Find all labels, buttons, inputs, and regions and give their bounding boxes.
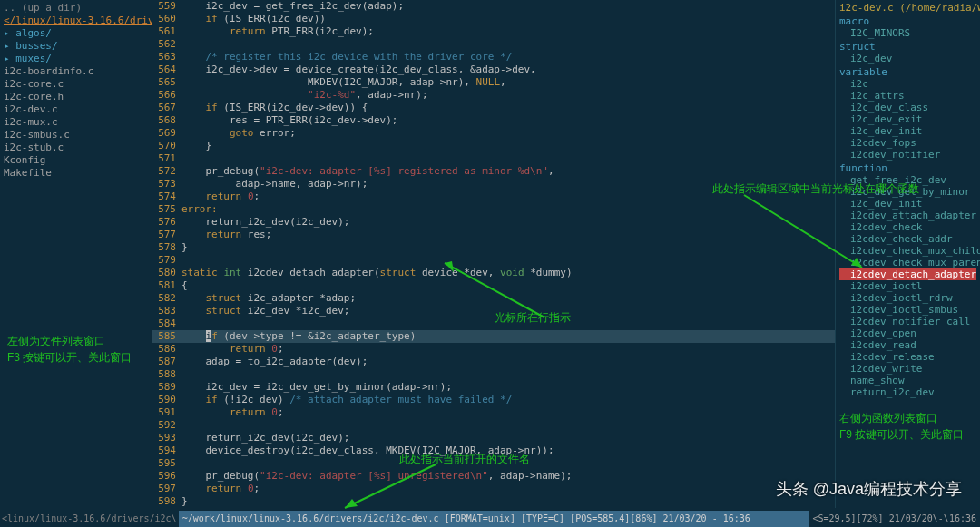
code-line[interactable]: 567 if (IS_ERR(i2c_dev->dev)) { [152,102,835,114]
taglist-item[interactable]: i2c_attrs [839,90,976,102]
code-line[interactable]: 568 res = PTR_ERR(i2c_dev->dev); [152,114,835,127]
taglist-item[interactable]: I2C_MINORS [839,27,976,39]
taglist-item[interactable]: i2cdev_notifier_call [839,316,976,327]
code-line[interactable]: 564 i2c_dev->dev = device_create(i2c_dev… [152,63,835,76]
code-line[interactable]: 566 "i2c-%d", adap->nr); [152,89,835,102]
tree-item[interactable]: i2c-stub.c [4,142,148,154]
code-line[interactable]: 597 return 0; [152,483,835,495]
code-line[interactable]: 578} [152,241,835,254]
tree-item[interactable]: ▸ algos/ [4,27,148,40]
tree-item[interactable]: ▸ muxes/ [4,53,148,65]
code-text: res = PTR_ERR(i2c_dev->dev); [181,114,835,127]
line-number: 560 [152,13,181,25]
code-line[interactable]: 587 adap = to_i2c_adapter(dev); [152,356,835,368]
taglist-item[interactable]: i2c_dev_init [839,198,976,210]
tree-root[interactable]: </linux/linux-3.16.6/drivers/i2c/ [4,15,148,27]
code-line[interactable]: 574 return 0; [152,190,835,203]
taglist-item[interactable]: i2cdev_check_mux_parents [839,257,976,268]
code-line[interactable]: 561 return PTR_ERR(i2c_dev); [152,25,835,38]
taglist-item[interactable]: i2c_dev [839,53,976,64]
tree-item[interactable]: i2c-mux.c [4,116,148,129]
line-number: 581 [152,279,181,292]
code-line[interactable]: 580static int i2cdev_detach_adapter(stru… [152,267,835,279]
code-line[interactable]: 559 i2c_dev = get_free_i2c_dev(adap); [152,0,835,13]
taglist-item[interactable]: name_show [839,375,976,386]
tree-item[interactable]: i2c-dev.c [4,103,148,116]
taglist-item[interactable]: i2cdev_fops [839,137,976,149]
code-line[interactable]: 577 return res; [152,229,835,241]
taglist-item[interactable]: i2c [839,78,976,90]
editor-pane[interactable]: 559 i2c_dev = get_free_i2c_dev(adap);560… [152,0,835,508]
code-line[interactable]: 595 [152,457,835,470]
code-line[interactable]: 576 return_i2c_dev(i2c_dev); [152,216,835,229]
taglist-item[interactable]: i2cdev_ioctl_smbus [839,304,976,316]
code-line[interactable]: 585 if (dev->type != &i2c_adapter_type) [152,330,835,343]
line-number: 573 [152,178,181,190]
code-line[interactable]: 593 return_i2c_dev(i2c_dev); [152,432,835,444]
taglist-item[interactable]: i2cdev_ioctl [839,280,976,292]
taglist-group[interactable]: struct [839,41,976,53]
line-number: 566 [152,89,181,102]
taglist-item[interactable]: i2cdev_release [839,351,976,363]
code-line[interactable]: 562 [152,38,835,51]
taglist-item[interactable]: i2cdev_ioctl_rdrw [839,292,976,304]
tree-item[interactable]: Kconfig [4,154,148,167]
taglist-pane[interactable]: i2c-dev.c (/home/radia/work/l macroI2C_M… [835,0,980,508]
line-number: 576 [152,216,181,229]
code-line[interactable]: 560 if (IS_ERR(i2c_dev)) [152,13,835,25]
code-line[interactable]: 588 [152,368,835,381]
taglist-item[interactable]: i2c_dev_class [839,102,976,113]
line-number: 572 [152,165,181,178]
taglist-item[interactable]: i2cdev_check [839,221,976,233]
tree-item[interactable]: i2c-smbus.c [4,129,148,142]
code-line[interactable]: 592 [152,419,835,432]
code-line[interactable]: 569 goto error; [152,127,835,140]
code-line[interactable]: 573 adap->name, adap->nr); [152,178,835,190]
code-line[interactable]: 575error: [152,203,835,216]
code-line[interactable]: 583 struct i2c_dev *i2c_dev; [152,305,835,317]
taglist-item[interactable]: i2c_dev_init [839,125,976,137]
taglist-item[interactable]: get_free_i2c_dev [839,174,976,186]
taglist-group[interactable]: function [839,162,976,174]
code-line[interactable]: 565 MKDEV(I2C_MAJOR, adap->nr), NULL, [152,76,835,89]
file-tree-pane[interactable]: .. (up a dir) </linux/linux-3.16.6/drive… [0,0,152,508]
taglist-item[interactable]: i2cdev_read [839,339,976,351]
taglist-item[interactable]: i2c_dev_get_by_minor [839,186,976,198]
tree-item[interactable]: i2c-core.h [4,91,148,103]
code-line[interactable]: 570 } [152,140,835,152]
tree-item[interactable]: Makefile [4,167,148,180]
taglist-item[interactable]: i2cdev_open [839,327,976,339]
taglist-item[interactable]: i2cdev_write [839,363,976,375]
taglist-item[interactable]: i2c_dev_exit [839,113,976,125]
code-line[interactable]: 582 struct i2c_adapter *adap; [152,292,835,305]
line-number: 577 [152,229,181,241]
taglist-item[interactable]: i2cdev_detach_adapter [839,268,976,280]
code-line[interactable]: 598} [152,495,835,508]
code-text: MKDEV(I2C_MAJOR, adap->nr), NULL, [181,76,835,89]
taglist-item[interactable]: i2cdev_check_mux_children [839,245,976,257]
code-line[interactable]: 591 return 0; [152,406,835,419]
code-line[interactable]: 589 i2c_dev = i2c_dev_get_by_minor(adap-… [152,381,835,394]
code-line[interactable]: 571 [152,152,835,165]
code-line[interactable]: 584 [152,317,835,330]
taglist-item[interactable]: i2cdev_check_addr [839,233,976,245]
line-number: 561 [152,25,181,38]
code-line[interactable]: 590 if (!i2c_dev) /* attach_adapter must… [152,394,835,406]
up-dir[interactable]: .. (up a dir) [4,2,148,15]
code-line[interactable]: 563 /* register this i2c device with the… [152,51,835,63]
code-line[interactable]: 594 device_destroy(i2c_dev_class, MKDEV(… [152,444,835,457]
tree-item[interactable]: i2c-core.c [4,78,148,91]
taglist-group[interactable]: macro [839,15,976,27]
tree-item[interactable]: i2c-boardinfo.c [4,65,148,78]
taglist-item[interactable]: i2cdev_notifier [839,149,976,161]
code-line[interactable]: 581{ [152,279,835,292]
code-line[interactable]: 579 [152,254,835,267]
code-line[interactable]: 596 pr_debug("i2c-dev: adapter [%s] unre… [152,470,835,483]
taglist-group[interactable]: variable [839,66,976,78]
code-text: i2c_dev = get_free_i2c_dev(adap); [181,0,835,13]
code-line[interactable]: 572 pr_debug("i2c-dev: adapter [%s] regi… [152,165,835,178]
tree-item[interactable]: ▸ busses/ [4,40,148,53]
taglist-item[interactable]: i2cdev_attach_adapter [839,210,976,221]
taglist-item[interactable]: return_i2c_dev [839,386,976,398]
code-line[interactable]: 586 return 0; [152,343,835,356]
